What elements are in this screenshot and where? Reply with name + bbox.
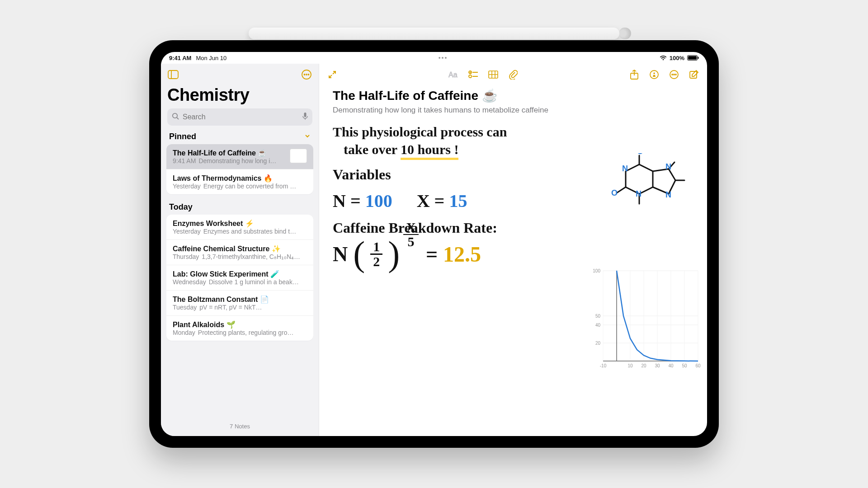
status-bar: 9:41 AM Mon Jun 10 ••• 100% bbox=[161, 52, 707, 64]
note-preview: Energy can be converted from … bbox=[203, 183, 296, 190]
note-title: Enzymes Worksheet ⚡ bbox=[173, 219, 254, 228]
svg-rect-1 bbox=[688, 56, 697, 60]
note-row[interactable]: Lab: Glow Stick Experiment 🧪 WednesdayDi… bbox=[166, 265, 313, 291]
note-time: Thursday bbox=[173, 253, 199, 260]
note-thumbnail bbox=[290, 149, 307, 163]
svg-point-28 bbox=[675, 74, 676, 75]
svg-point-26 bbox=[672, 74, 673, 75]
note-title: The Boltzmann Constant 📄 bbox=[173, 295, 269, 304]
note-title: Laws of Thermodynamics 🔥 bbox=[173, 174, 273, 183]
screen: 9:41 AM Mon Jun 10 ••• 100% bbox=[161, 52, 707, 436]
svg-rect-2 bbox=[698, 57, 699, 59]
note-title: The Half-Life of Caffeine ☕ bbox=[173, 149, 267, 157]
svg-text:-10: -10 bbox=[600, 363, 607, 368]
note-heading: The Half-Life of Caffeine ☕ bbox=[333, 88, 498, 103]
svg-text:N: N bbox=[622, 164, 628, 173]
svg-point-8 bbox=[308, 74, 309, 75]
svg-point-24 bbox=[650, 70, 658, 79]
sidebar-toggle-button[interactable] bbox=[167, 69, 179, 80]
note-preview: Demonstrating how long i… bbox=[198, 157, 276, 164]
svg-text:10: 10 bbox=[627, 363, 633, 368]
svg-text:40: 40 bbox=[595, 323, 601, 328]
attachment-button[interactable] bbox=[507, 69, 519, 80]
note-subtitle: Demonstrating how long it takes humans t… bbox=[333, 106, 693, 115]
apple-pencil bbox=[249, 28, 619, 39]
note-preview: Enzymes and substrates bind t… bbox=[203, 228, 296, 235]
handwriting-line: take over bbox=[344, 142, 397, 157]
more-actions-button[interactable] bbox=[668, 69, 680, 80]
wifi-icon bbox=[660, 55, 667, 61]
expand-fullscreen-button[interactable] bbox=[326, 69, 338, 80]
chevron-down-icon[interactable] bbox=[304, 132, 311, 141]
search-icon bbox=[172, 113, 179, 122]
note-preview: Dissolve 1 g luminol in a beak… bbox=[209, 278, 299, 286]
note-time: Yesterday bbox=[173, 183, 201, 190]
note-time: Yesterday bbox=[173, 228, 201, 235]
svg-text:30: 30 bbox=[655, 363, 660, 368]
note-time: Wednesday bbox=[173, 278, 206, 286]
note-preview: Protecting plants, regulating gro… bbox=[198, 329, 294, 336]
ipad-device-frame: 9:41 AM Mon Jun 10 ••• 100% bbox=[149, 40, 719, 448]
svg-text:60: 60 bbox=[695, 363, 701, 368]
pinned-section-label: Pinned bbox=[169, 132, 196, 141]
svg-point-27 bbox=[674, 74, 675, 75]
folder-title: Chemistry bbox=[161, 85, 319, 108]
note-body[interactable]: The Half-Life of Caffeine ☕ Demonstratin… bbox=[319, 85, 707, 436]
svg-text:100: 100 bbox=[593, 268, 600, 273]
note-editor: Aa The Half-Life of Caffeine ☕ Demonstra… bbox=[319, 64, 707, 436]
svg-rect-3 bbox=[168, 70, 178, 79]
svg-text:20: 20 bbox=[595, 341, 601, 346]
compose-button[interactable] bbox=[688, 69, 700, 80]
sidebar-footer-count: 7 Notes bbox=[161, 417, 319, 436]
note-toolbar: Aa bbox=[319, 64, 707, 85]
today-list: Enzymes Worksheet ⚡ YesterdayEnzymes and… bbox=[166, 215, 313, 341]
status-time: 9:41 AM bbox=[169, 55, 191, 61]
note-time: 9:41 AM bbox=[173, 157, 196, 164]
note-title: Plant Alkaloids 🌱 bbox=[173, 320, 236, 329]
caffeine-molecule-drawing: O O N N N N bbox=[603, 153, 693, 230]
note-row[interactable]: Caffeine Chemical Structure ✨ Thursday1,… bbox=[166, 240, 313, 265]
share-button[interactable] bbox=[628, 69, 640, 80]
note-preview: pV = nRT, pV = NkT… bbox=[199, 304, 262, 311]
svg-text:N: N bbox=[636, 189, 642, 198]
note-time: Tuesday bbox=[173, 304, 197, 311]
svg-text:50: 50 bbox=[682, 363, 687, 368]
more-options-button[interactable] bbox=[301, 69, 312, 80]
note-row[interactable]: The Half-Life of Caffeine ☕ 9:41 AMDemon… bbox=[166, 144, 313, 169]
note-row[interactable]: Enzymes Worksheet ⚡ YesterdayEnzymes and… bbox=[166, 215, 313, 240]
note-row[interactable]: Laws of Thermodynamics 🔥 YesterdayEnergy… bbox=[166, 169, 313, 194]
battery-icon bbox=[687, 55, 699, 61]
note-row[interactable]: The Boltzmann Constant 📄 TuesdaypV = nRT… bbox=[166, 291, 313, 316]
markup-button[interactable] bbox=[648, 69, 660, 80]
variable-x: X = 15 bbox=[417, 190, 467, 211]
svg-line-10 bbox=[177, 117, 179, 119]
variable-n: N = 100 bbox=[333, 190, 392, 211]
svg-text:N: N bbox=[665, 190, 671, 199]
note-title: Lab: Glow Stick Experiment 🧪 bbox=[173, 270, 279, 278]
svg-text:40: 40 bbox=[668, 363, 674, 368]
table-button[interactable] bbox=[487, 69, 499, 80]
note-row[interactable]: Plant Alkaloids 🌱 MondayProtecting plant… bbox=[166, 316, 313, 341]
search-field[interactable] bbox=[167, 108, 312, 126]
svg-rect-11 bbox=[304, 113, 307, 117]
svg-text:N: N bbox=[665, 162, 671, 171]
search-input[interactable] bbox=[183, 113, 299, 121]
svg-point-9 bbox=[173, 113, 177, 118]
handwriting-line: This physiological process can bbox=[333, 123, 693, 141]
today-section-label: Today bbox=[169, 202, 193, 212]
multitask-dots-icon[interactable]: ••• bbox=[439, 54, 448, 61]
svg-text:Aa: Aa bbox=[448, 71, 458, 79]
svg-line-31 bbox=[617, 187, 626, 193]
dictation-icon[interactable] bbox=[302, 112, 308, 122]
handwriting-emphasis: 10 hours ! bbox=[401, 142, 458, 160]
svg-point-6 bbox=[304, 74, 305, 75]
note-title: Caffeine Chemical Structure ✨ bbox=[173, 244, 281, 253]
formula: N ( 12 ) X5 = 12.5 bbox=[333, 240, 693, 268]
text-format-button[interactable]: Aa bbox=[448, 69, 459, 80]
variables-heading: Variables bbox=[333, 166, 391, 183]
svg-text:50: 50 bbox=[595, 314, 601, 319]
checklist-button[interactable] bbox=[467, 69, 479, 80]
caffeine-chart: 204050100-10102030405060 bbox=[585, 266, 703, 375]
pinned-list: The Half-Life of Caffeine ☕ 9:41 AMDemon… bbox=[166, 144, 313, 194]
battery-percent: 100% bbox=[670, 55, 684, 61]
